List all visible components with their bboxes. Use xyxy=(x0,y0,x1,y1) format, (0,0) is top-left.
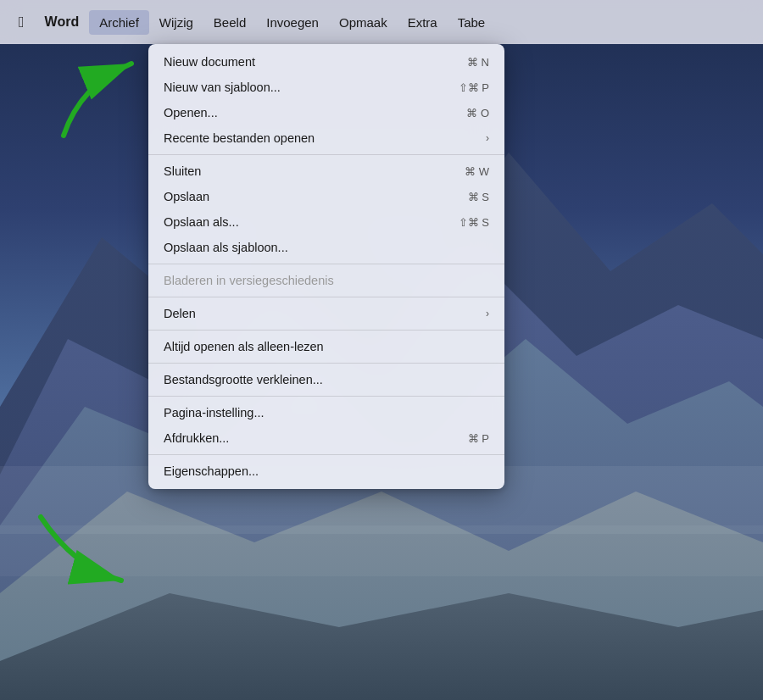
menubar-beeld[interactable]: Beeld xyxy=(203,10,256,35)
menu-item-label: Afdrukken... xyxy=(164,431,229,445)
menu-item-label: Openen... xyxy=(164,106,218,119)
menu-item-sluiten[interactable]: Sluiten ⌘ W xyxy=(148,158,504,184)
menubar-invoegen[interactable]: Invoegen xyxy=(256,10,329,35)
menu-item-label: Sluiten xyxy=(164,164,201,178)
menu-item-label: Opslaan als... xyxy=(164,215,239,229)
menu-item-nieuw-van-sjabloon[interactable]: Nieuw van sjabloon... ⇧⌘ P xyxy=(148,75,504,100)
chevron-right-icon: › xyxy=(486,308,489,319)
menu-item-label: Opslaan xyxy=(164,190,209,203)
menubar-archief[interactable]: Archief xyxy=(89,10,149,35)
menubar-wijzig[interactable]: Wijzig xyxy=(149,10,203,35)
apple-menu[interactable]:  xyxy=(8,10,35,35)
menu-item-openen[interactable]: Openen... ⌘ O xyxy=(148,100,504,125)
menubar:  Word Archief Wijzig Beeld Invoegen Opm… xyxy=(0,0,763,44)
archief-menu: Nieuw document ⌘ N Nieuw van sjabloon...… xyxy=(148,44,504,489)
menu-item-recente-bestanden[interactable]: Recente bestanden openen › xyxy=(148,125,504,151)
menu-item-delen[interactable]: Delen › xyxy=(148,301,504,326)
separator-2 xyxy=(148,264,504,264)
menu-item-label: Nieuw van sjabloon... xyxy=(164,81,281,94)
menu-item-shortcut: ⌘ N xyxy=(467,56,489,69)
menu-item-shortcut: ⌘ W xyxy=(465,165,489,178)
menu-item-nieuw-document[interactable]: Nieuw document ⌘ N xyxy=(148,49,504,75)
menu-item-label: Altijd openen als alleen-lezen xyxy=(164,340,324,353)
arrow-bottom xyxy=(24,500,142,602)
menubar-tabe[interactable]: Tabe xyxy=(448,10,496,35)
menu-item-altijd-openen[interactable]: Altijd openen als alleen-lezen xyxy=(148,334,504,359)
separator-5 xyxy=(148,363,504,364)
menubar-opmaak[interactable]: Opmaak xyxy=(329,10,398,35)
menu-item-label: Nieuw document xyxy=(164,55,255,69)
separator-7 xyxy=(148,454,504,455)
separator-6 xyxy=(148,396,504,397)
chevron-right-icon: › xyxy=(486,132,489,144)
menu-item-label: Delen xyxy=(164,307,196,320)
separator-1 xyxy=(148,154,504,155)
menu-item-shortcut: ⇧⌘ P xyxy=(459,81,489,94)
menu-item-shortcut: ⌘ P xyxy=(468,432,489,445)
menu-item-bestandsgrootte[interactable]: Bestandsgrootte verkleinen... xyxy=(148,367,504,392)
menu-item-eigenschappen[interactable]: Eigenschappen... xyxy=(148,458,504,484)
menu-item-shortcut: ⌘ S xyxy=(468,191,489,203)
menu-item-opslaan[interactable]: Opslaan ⌘ S xyxy=(148,184,504,209)
menu-item-label: Recente bestanden openen xyxy=(164,131,315,145)
menu-item-label: Bestandsgrootte verkleinen... xyxy=(164,373,323,386)
menubar-extra[interactable]: Extra xyxy=(398,10,448,35)
separator-3 xyxy=(148,297,504,297)
menu-item-afdrukken[interactable]: Afdrukken... ⌘ P xyxy=(148,425,504,451)
menu-item-opslaan-als[interactable]: Opslaan als... ⇧⌘ S xyxy=(148,209,504,235)
menu-item-pagina-instelling[interactable]: Pagina-instelling... xyxy=(148,400,504,425)
menu-item-label: Bladeren in versiegeschiedenis xyxy=(164,274,334,287)
menu-item-bladeren: Bladeren in versiegeschiedenis xyxy=(148,268,504,293)
menubar-word[interactable]: Word xyxy=(35,9,90,35)
menu-item-label: Pagina-instelling... xyxy=(164,406,265,419)
menu-item-label: Opslaan als sjabloon... xyxy=(164,241,288,254)
separator-4 xyxy=(148,330,504,331)
arrow-top xyxy=(47,51,157,144)
menu-item-label: Eigenschappen... xyxy=(164,464,259,478)
menu-item-opslaan-als-sjabloon[interactable]: Opslaan als sjabloon... xyxy=(148,235,504,260)
menu-item-shortcut: ⇧⌘ S xyxy=(459,216,489,229)
menu-item-shortcut: ⌘ O xyxy=(466,107,489,119)
